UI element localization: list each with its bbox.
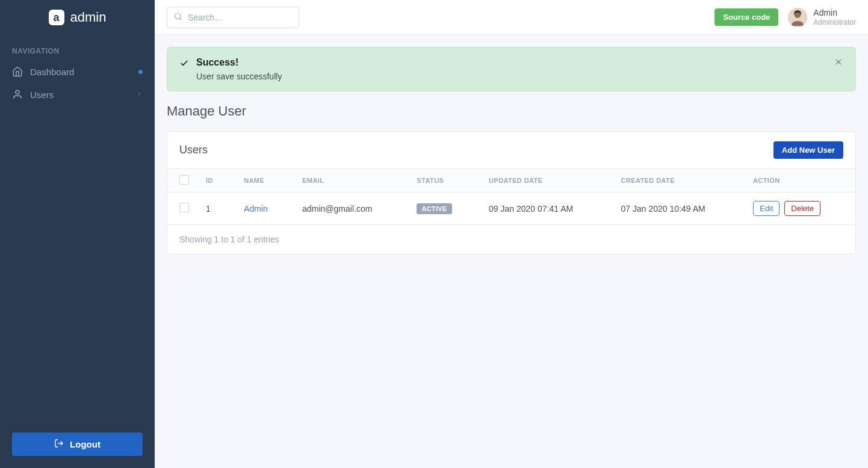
- cell-email: admin@gmail.com: [290, 192, 405, 225]
- table-row: 1 Admin admin@gmail.com ACTIVE 09 Jan 20…: [167, 192, 855, 225]
- svg-point-2: [175, 13, 181, 19]
- logout-label: Logout: [70, 439, 101, 449]
- col-name: NAME: [232, 169, 290, 192]
- status-badge: ACTIVE: [417, 203, 451, 214]
- col-id: ID: [194, 169, 232, 192]
- nav-header: NAVIGATION: [0, 35, 155, 60]
- logout-button[interactable]: Logout: [12, 433, 143, 456]
- col-updated: UPDATED DATE: [477, 169, 609, 192]
- svg-point-0: [16, 90, 19, 94]
- brand[interactable]: a admin: [0, 0, 155, 35]
- notification-dot-icon: [138, 70, 143, 74]
- user-name: Admin: [813, 8, 856, 18]
- delete-button[interactable]: Delete: [784, 201, 820, 216]
- source-code-button[interactable]: Source code: [715, 8, 778, 26]
- col-action: ACTION: [741, 169, 855, 192]
- add-new-user-button[interactable]: Add New User: [773, 141, 843, 159]
- sidebar: a admin NAVIGATION Dashboard Users Logou…: [0, 0, 155, 468]
- topbar: Source code Admin Administrator: [155, 0, 868, 35]
- search-wrap: [167, 7, 299, 28]
- sidebar-item-label: Users: [30, 90, 128, 100]
- sidebar-item-label: Dashboard: [30, 67, 131, 77]
- user-text: Admin Administrator: [813, 8, 856, 26]
- table-footer: Showing 1 to 1 of 1 entries: [167, 225, 855, 254]
- search-input[interactable]: [167, 7, 299, 28]
- cell-id: 1: [194, 192, 232, 225]
- col-created: CREATED DATE: [609, 169, 741, 192]
- col-status: STATUS: [405, 169, 477, 192]
- sidebar-item-users[interactable]: Users: [0, 83, 155, 106]
- card-header: Users Add New User: [167, 132, 855, 169]
- user-name-link[interactable]: Admin: [244, 204, 268, 214]
- col-email: EMAIL: [290, 169, 405, 192]
- svg-line-3: [180, 18, 182, 20]
- select-all-checkbox[interactable]: [179, 175, 189, 185]
- logout-icon: [54, 439, 64, 450]
- cell-updated: 09 Jan 2020 07:41 AM: [477, 192, 609, 225]
- user-menu[interactable]: Admin Administrator: [788, 8, 856, 27]
- main: Source code Admin Administrator Success!…: [155, 0, 868, 468]
- search-icon: [174, 12, 182, 22]
- edit-button[interactable]: Edit: [753, 201, 780, 216]
- alert-title: Success!: [196, 57, 826, 68]
- row-checkbox[interactable]: [179, 203, 189, 212]
- user-role: Administrator: [813, 18, 856, 26]
- users-card: Users Add New User ID NAME EMAIL STATUS …: [167, 131, 856, 254]
- cell-created: 07 Jan 2020 10:49 AM: [609, 192, 741, 225]
- brand-name: admin: [70, 10, 107, 25]
- page-title: Manage User: [167, 103, 856, 119]
- success-alert: Success! User save successfully: [167, 47, 856, 91]
- avatar: [788, 8, 807, 27]
- close-icon[interactable]: [834, 57, 843, 69]
- users-table: ID NAME EMAIL STATUS UPDATED DATE CREATE…: [167, 169, 855, 225]
- sidebar-footer: Logout: [0, 420, 155, 468]
- check-icon: [179, 58, 189, 70]
- sidebar-item-dashboard[interactable]: Dashboard: [0, 60, 155, 83]
- brand-logo-icon: a: [49, 10, 64, 25]
- user-icon: [12, 89, 23, 100]
- alert-message: User save successfully: [196, 72, 826, 81]
- home-icon: [12, 66, 23, 77]
- card-title: Users: [179, 144, 208, 156]
- chevron-right-icon: [135, 90, 143, 99]
- content: Success! User save successfully Manage U…: [155, 35, 868, 266]
